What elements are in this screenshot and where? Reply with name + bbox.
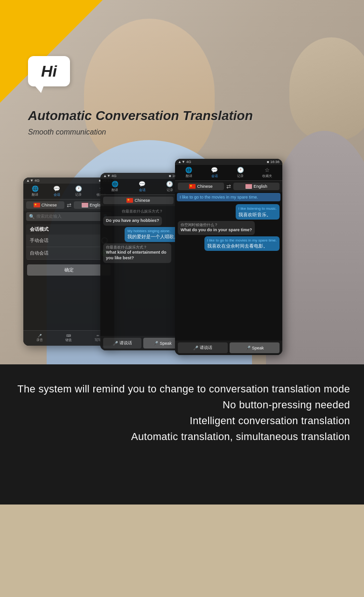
feature-1: The system will remind you to change to … — [14, 383, 350, 395]
speak-btn-en-front[interactable]: 🎤 Speak — [230, 342, 280, 353]
speak-btn-cn-mid[interactable]: 🎤 请说话 — [103, 338, 141, 348]
active-input[interactable]: I like to go to the movies in my spare t… — [177, 193, 280, 201]
mode-section: 会话模式 手动会话 自动会话 — [26, 224, 112, 260]
nav-bar-front: 🌐 翻译 💬 会话 🕐 记录 ☆ 收藏夹 — [175, 165, 282, 181]
english-btn-front[interactable]: English — [233, 183, 280, 190]
phones-container: ▲▼ 4G ■ 16:31 🌐 翻译 💬 会话 🕐 记录 — [23, 159, 282, 355]
us-flag-front — [245, 184, 252, 189]
bottom-section: The system will remind you to change to … — [0, 364, 364, 505]
nav-h-mid[interactable]: 🕐 记录 — [166, 181, 174, 192]
speak-btn-cn-front[interactable]: 🎤 请说话 — [178, 342, 228, 353]
mic-bar-front: 🎤 请说话 🎤 Speak — [175, 341, 282, 355]
chinese-btn-mid[interactable]: Chinese — [103, 197, 174, 204]
feature-list: The system will remind you to change to … — [14, 383, 350, 443]
bubble-3-mid: 你最喜欢什么娱乐方式？ What kind of entertainment d… — [103, 243, 171, 263]
search-placeholder-back: 搜索此处输入 — [36, 213, 101, 220]
swap-icon-back[interactable]: ⇄ — [66, 202, 72, 208]
china-flag-front — [189, 184, 196, 189]
chinese-btn-front[interactable]: Chinese — [178, 183, 224, 190]
nav-hist-front[interactable]: 🕐 记录 — [237, 167, 244, 178]
lang-bar-front: Chinese ⇄ English — [175, 181, 282, 192]
yellow-accent-triangle — [0, 0, 103, 103]
prompt-mid: 你最喜欢什么娱乐方式？ — [102, 208, 182, 215]
globe-icon-front: 🌐 — [185, 167, 193, 173]
nav-fav-front[interactable]: ☆ 收藏夹 — [262, 167, 272, 178]
chinese-lang-btn-back[interactable]: Chinese — [26, 201, 64, 209]
sub-headline: Smooth communication — [28, 128, 253, 136]
bubble-2-mid: My hobbies singing alone. 我的爱好是一个人唱歌。 — [125, 227, 182, 242]
phone-middle-screen: ▲▼ 4G ■ 16:31 🌐 翻译 💬 会话 🕐 记录 — [100, 173, 184, 350]
mode-title: 会话模式 — [26, 224, 112, 235]
hi-badge: Hi — [28, 56, 70, 86]
person2-head — [289, 37, 364, 140]
china-flag-back — [34, 203, 40, 207]
us-flag-back — [82, 203, 88, 207]
confirm-button[interactable]: 确定 — [27, 264, 111, 276]
status-bar-mid: ▲▼ 4G ■ 16:31 — [100, 173, 184, 179]
nav-conv-front[interactable]: 💬 会话 — [211, 167, 218, 178]
hi-label: Hi — [41, 62, 57, 80]
chat-screen-front: I like listening to music. 我喜欢听音乐。 你空闲时候… — [175, 202, 282, 341]
mode-auto[interactable]: 自动会话 — [26, 247, 112, 260]
bubble-1-mid: Do you have any hobbies? — [103, 216, 162, 226]
lang-bar-mid: Chinese ⇄ — [100, 195, 184, 206]
feature-4: Automatic translation, simultaneous tran… — [14, 431, 350, 443]
nav-conversation-back[interactable]: 💬 会话 — [53, 185, 61, 197]
status-bar-front: ▲▼ 4G ■ 16:36 — [175, 159, 282, 165]
bubble-2-front: 你空闲时候做些什么？ What do you do in your spare … — [178, 221, 255, 235]
nav-bar-mid: 🌐 翻译 💬 会话 🕐 记录 — [100, 179, 184, 195]
clock-icon-front: 🕐 — [237, 167, 244, 173]
nav-c-mid[interactable]: 💬 会话 — [139, 181, 146, 192]
mic-bar-mid: 🎤 请说话 🎤 Speak — [100, 336, 184, 350]
hero-section: Hi Automatic Conversation Translation Sm… — [0, 0, 364, 364]
mode-manual[interactable]: 手动会话 — [26, 235, 112, 247]
clock-icon-mid: 🕐 — [166, 181, 174, 187]
nav-translate-back[interactable]: 🌐 翻译 — [31, 185, 39, 197]
feature-3: Intelligent conversation translation — [14, 415, 350, 427]
search-bar-back[interactable]: 🔍 搜索此处输入 🔍 — [26, 212, 112, 221]
nav-history-back[interactable]: 🕐 记录 — [75, 185, 82, 197]
star-icon-front: ☆ — [264, 167, 271, 173]
chat-icon: 💬 — [53, 185, 61, 192]
bubble-1-front: I like listening to music. 我喜欢听音乐。 — [236, 204, 280, 220]
phone-front: ▲▼ 4G ■ 16:36 🌐 翻译 💬 会话 🕐 记录 — [175, 159, 282, 355]
bottom-mic-btn[interactable]: 🎤 录音 — [26, 333, 53, 344]
chat-screen-mid: 你最喜欢什么娱乐方式？ Do you have any hobbies? My … — [100, 206, 184, 336]
feature-2: No button-pressing needed — [14, 399, 350, 411]
phone-front-screen: ▲▼ 4G ■ 16:36 🌐 翻译 💬 会话 🕐 记录 — [175, 159, 282, 355]
globe-icon-mid: 🌐 — [111, 181, 119, 187]
headline-block: Automatic Conversation Translation Smoot… — [28, 107, 253, 136]
main-headline: Automatic Conversation Translation — [28, 107, 253, 124]
globe-icon: 🌐 — [31, 185, 39, 192]
phone-middle: ▲▼ 4G ■ 16:31 🌐 翻译 💬 会话 🕐 记录 — [100, 173, 184, 350]
search-icon-back: 🔍 — [29, 214, 35, 219]
chat-icon-front: 💬 — [211, 167, 218, 173]
china-flag-mid — [126, 198, 133, 203]
chat-icon-mid: 💬 — [139, 181, 146, 187]
nav-t-mid[interactable]: 🌐 翻译 — [111, 181, 119, 192]
bottom-keyboard-btn[interactable]: ⌨ 键盘 — [55, 333, 82, 344]
bubble-3-front: I like to go to the movies in my spare t… — [204, 236, 280, 251]
swap-front[interactable]: ⇄ — [225, 183, 232, 190]
clock-icon: 🕐 — [75, 185, 82, 192]
nav-translate-front[interactable]: 🌐 翻译 — [185, 167, 193, 178]
